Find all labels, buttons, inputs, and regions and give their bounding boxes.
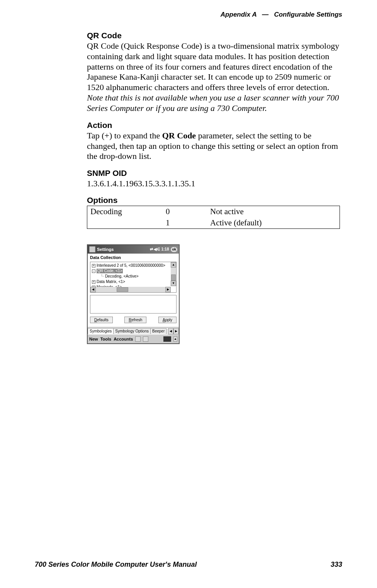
scroll-track[interactable] xyxy=(171,268,176,281)
btn-label-rest: efaults xyxy=(97,318,108,322)
tree-label: Interleaved 2 of 5, <001006000000000> xyxy=(97,263,165,268)
tree-view[interactable]: + Interleaved 2 of 5, <001006000000000> … xyxy=(90,262,177,293)
tree-label: Decoding, <Active> xyxy=(105,274,139,279)
qr-code-desc: QR Code (Quick Response Code) is a two-d… xyxy=(87,41,339,92)
menu-icon-1[interactable] xyxy=(135,336,141,342)
start-icon[interactable] xyxy=(89,246,95,252)
menu-bar: New Tools Accounts ▲ xyxy=(88,335,179,343)
details-panel xyxy=(90,295,177,314)
footer-page: 333 xyxy=(331,561,342,569)
option-desc: Not active xyxy=(210,207,336,216)
collapse-icon[interactable]: - xyxy=(92,269,95,273)
refresh-button[interactable]: Refresh xyxy=(124,317,146,323)
scroll-thumb[interactable] xyxy=(171,274,176,281)
horizontal-scrollbar[interactable]: ◀ ▶ xyxy=(90,287,171,292)
options-heading: Options xyxy=(87,196,342,205)
window-title: Settings xyxy=(97,247,150,252)
option-code: 0 xyxy=(166,207,210,216)
scroll-thumb[interactable] xyxy=(117,287,128,292)
tab-next-icon[interactable]: ▶ xyxy=(173,328,179,334)
header-appendix: Appendix A xyxy=(221,11,256,18)
connectivity-icon: ⇄ xyxy=(150,247,153,252)
page-footer: 700 Series Color Mobile Computer User's … xyxy=(35,561,342,569)
btn-label-rest: efresh xyxy=(132,318,143,322)
tree-item[interactable]: + Interleaved 2 of 5, <001006000000000> xyxy=(91,263,171,268)
scroll-up-icon[interactable]: ▲ xyxy=(171,262,176,268)
snmp-oid-value: 1.3.6.1.4.1.1963.15.3.3.1.1.35.1 xyxy=(87,179,342,189)
menu-new[interactable]: New xyxy=(89,337,98,342)
option-desc: Active (default) xyxy=(210,218,336,228)
scroll-left-icon[interactable]: ◀ xyxy=(90,287,96,292)
tree-label: Data Matrix, <1> xyxy=(97,280,125,284)
snmp-heading: SNMP OID xyxy=(87,169,342,178)
action-body: Tap (+) to expand the QR Code parameter,… xyxy=(87,131,342,162)
menu-accounts[interactable]: Accounts xyxy=(114,337,133,342)
action-prefix: Tap (+) to expand the xyxy=(87,131,162,140)
menu-tools[interactable]: Tools xyxy=(100,337,112,342)
button-row: Defaults Refresh Apply xyxy=(88,315,179,327)
expand-icon[interactable]: + xyxy=(92,264,95,268)
qr-code-heading: QR Code xyxy=(87,31,342,40)
action-bold: QR Code xyxy=(162,131,196,140)
qr-code-note: Note that this is not available when you… xyxy=(87,93,339,113)
clock-text: 1:18 xyxy=(161,247,169,252)
scroll-down-icon[interactable]: ▼ xyxy=(171,281,176,286)
vertical-scrollbar[interactable]: ▲ ▼ xyxy=(171,262,176,286)
title-bar: Settings ⇄ ◀∈ 1:18 ok xyxy=(88,245,179,254)
option-name xyxy=(90,218,166,228)
device-screenshot: Settings ⇄ ◀∈ 1:18 ok Data Collection + … xyxy=(87,244,180,344)
header-separator: — xyxy=(262,11,268,18)
volume-icon: ◀∈ xyxy=(154,247,160,252)
btn-label-rest: pply xyxy=(165,318,172,322)
tree-item[interactable]: └· Decoding, <Active> xyxy=(91,274,171,279)
options-table: Decoding 0 Not active 1 Active (default) xyxy=(87,206,340,229)
tab-symbology-options[interactable]: Symbology Options xyxy=(113,328,151,334)
qr-code-body: QR Code (Quick Response Code) is a two-d… xyxy=(87,41,342,114)
header-section: Configurable Settings xyxy=(274,11,342,18)
keyboard-icon[interactable] xyxy=(163,336,171,342)
footer-manual: 700 Series Color Mobile Computer User's … xyxy=(35,561,197,569)
keyboard-menu-icon[interactable]: ▲ xyxy=(173,336,177,342)
applet-title: Data Collection xyxy=(88,254,179,261)
table-row: 1 Active (default) xyxy=(87,217,340,228)
tree-content: + Interleaved 2 of 5, <001006000000000> … xyxy=(90,262,172,291)
tab-prev-icon[interactable]: ◀ xyxy=(168,328,173,334)
page-content: QR Code QR Code (Quick Response Code) is… xyxy=(87,31,342,344)
page-header: Appendix A — Configurable Settings xyxy=(221,11,342,19)
tab-symbologies[interactable]: Symbologies xyxy=(88,328,114,334)
tree-connector-icon: └· xyxy=(100,274,104,279)
scroll-right-icon[interactable]: ▶ xyxy=(165,287,171,292)
status-icons: ⇄ ◀∈ 1:18 ok xyxy=(150,247,177,252)
action-heading: Action xyxy=(87,121,342,130)
defaults-button[interactable]: Defaults xyxy=(90,317,113,323)
option-name: Decoding xyxy=(90,207,166,216)
tab-beeper[interactable]: Beeper xyxy=(150,328,166,334)
menu-icon-2[interactable] xyxy=(143,336,148,342)
tabs-row: Symbologies Symbology Options Beeper ◀ ▶ xyxy=(88,327,179,335)
ok-button[interactable]: ok xyxy=(171,247,177,252)
tree-item[interactable]: + Data Matrix, <1> xyxy=(91,279,171,285)
table-row: Decoding 0 Not active xyxy=(87,206,340,217)
option-code: 1 xyxy=(166,218,210,228)
scroll-track[interactable] xyxy=(96,287,165,292)
tree-item[interactable]: - QR Code, <1> xyxy=(91,268,171,274)
tab-nav: ◀ ▶ xyxy=(168,328,179,334)
apply-button[interactable]: Apply xyxy=(158,317,177,323)
expand-icon[interactable]: + xyxy=(92,280,95,284)
tree-label-selected: QR Code, <1> xyxy=(97,269,123,273)
